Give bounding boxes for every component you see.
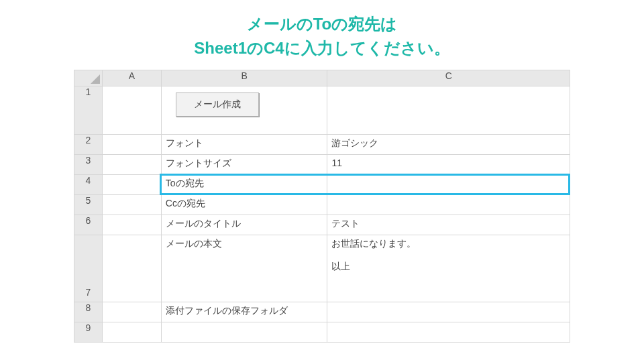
row-header-8[interactable]: 8 bbox=[74, 302, 103, 322]
cell-C4[interactable] bbox=[327, 175, 570, 195]
cell-B5[interactable]: Ccの宛先 bbox=[161, 195, 327, 215]
cell-B9[interactable] bbox=[161, 322, 327, 343]
cell-C9[interactable] bbox=[327, 322, 570, 343]
cell-A4[interactable] bbox=[102, 175, 161, 195]
row-header-4[interactable]: 4 bbox=[74, 175, 103, 195]
table-row: 6 メールのタイトル テスト bbox=[74, 215, 570, 235]
table-row: 9 bbox=[74, 322, 570, 343]
cell-A8[interactable] bbox=[102, 302, 161, 322]
cell-A9[interactable] bbox=[102, 322, 161, 343]
row-header-3[interactable]: 3 bbox=[74, 155, 103, 175]
col-header-A[interactable]: A bbox=[102, 70, 161, 86]
row-header-7[interactable]: 7 bbox=[74, 235, 103, 302]
table-row: 2 フォント 游ゴシック bbox=[74, 135, 570, 155]
cell-C5[interactable] bbox=[327, 195, 570, 215]
cell-A5[interactable] bbox=[102, 195, 161, 215]
cell-A2[interactable] bbox=[102, 135, 161, 155]
cell-C2[interactable]: 游ゴシック bbox=[327, 135, 570, 155]
cell-A3[interactable] bbox=[102, 155, 161, 175]
cell-B4[interactable]: Toの宛先 bbox=[161, 175, 327, 195]
table-row: 8 添付ファイルの保存フォルダ bbox=[74, 302, 570, 322]
col-header-C[interactable]: C bbox=[327, 70, 570, 86]
select-all-corner[interactable] bbox=[74, 70, 103, 86]
spreadsheet-grid: A B C 1 2 フォント 游ゴシック 3 フォントサイズ bbox=[74, 70, 570, 343]
table-row: 3 フォントサイズ 11 bbox=[74, 155, 570, 175]
cell-C3[interactable]: 11 bbox=[327, 155, 570, 175]
cell-A1[interactable] bbox=[102, 86, 161, 135]
row-header-9[interactable]: 9 bbox=[74, 322, 103, 343]
cell-C1[interactable] bbox=[327, 86, 570, 135]
table-row: 7 メールの本文 お世話になります。 以上 bbox=[74, 235, 570, 302]
table-row: 1 bbox=[74, 86, 570, 135]
table-row: 4 Toの宛先 bbox=[74, 175, 570, 195]
instruction-heading: メールのToの宛先は Sheet1のC4に入力してください。 bbox=[0, 0, 644, 60]
table-row: 5 Ccの宛先 bbox=[74, 195, 570, 215]
cell-C6[interactable]: テスト bbox=[327, 215, 570, 235]
cell-B8[interactable]: 添付ファイルの保存フォルダ bbox=[161, 302, 327, 322]
heading-line-2: Sheet1のC4に入力してください。 bbox=[0, 36, 644, 60]
cell-B7[interactable]: メールの本文 bbox=[161, 235, 327, 302]
cell-A6[interactable] bbox=[102, 215, 161, 235]
heading-line-1: メールのToの宛先は bbox=[0, 12, 644, 36]
cell-C8[interactable] bbox=[327, 302, 570, 322]
create-mail-button[interactable]: メール作成 bbox=[176, 93, 259, 117]
row-header-2[interactable]: 2 bbox=[74, 135, 103, 155]
row-header-6[interactable]: 6 bbox=[74, 215, 103, 235]
col-header-B[interactable]: B bbox=[161, 70, 327, 86]
row-header-5[interactable]: 5 bbox=[74, 195, 103, 215]
cell-B2[interactable]: フォント bbox=[161, 135, 327, 155]
row-header-1[interactable]: 1 bbox=[74, 86, 103, 135]
spreadsheet-area: A B C 1 2 フォント 游ゴシック 3 フォントサイズ bbox=[74, 70, 570, 343]
cell-B3[interactable]: フォントサイズ bbox=[161, 155, 327, 175]
cell-B6[interactable]: メールのタイトル bbox=[161, 215, 327, 235]
cell-A7[interactable] bbox=[102, 235, 161, 302]
cell-C7[interactable]: お世話になります。 以上 bbox=[327, 235, 570, 302]
